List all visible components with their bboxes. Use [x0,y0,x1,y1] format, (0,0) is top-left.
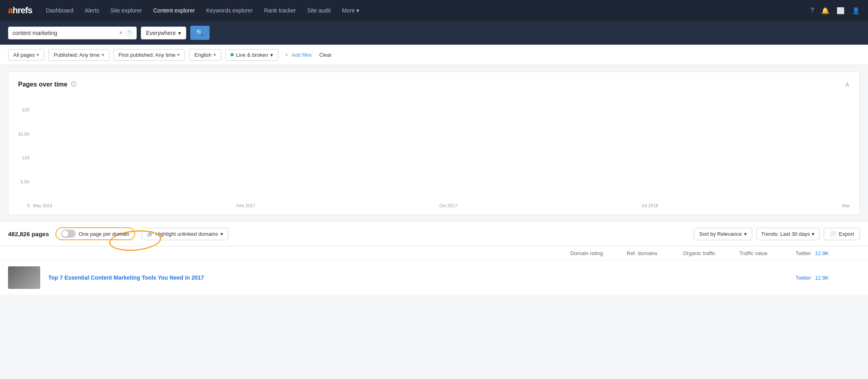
x-label-feb2017: Feb 2017 [237,203,255,208]
search-icon: 🔍 [196,29,204,36]
toggle-label: One page per domain [79,231,130,237]
add-filter-label: Add filter [291,52,312,58]
nav-icons: ? 🔔 ⬜ 👤 [810,7,860,14]
twitter-count-header: 12.9K [815,250,829,256]
link-status-filter[interactable]: Live & broken ▾ [225,49,279,61]
logo: ahrefs [8,5,32,16]
result-social: Twitter 12.9K [796,275,860,281]
filter-bar: All pages ▾ Published: Any time ▾ First … [0,45,868,65]
search-bar: × ? Everywhere ▾ 🔍 [0,21,868,45]
y-label-5k: 5.5K [18,179,30,184]
th-social: Twitter 12.9K [796,250,860,256]
chart-y-labels: 22K 16.5K 11K 5.5K 0 [18,107,33,208]
language-caret: ▾ [214,52,216,58]
live-dot-icon [230,53,234,56]
logo-rest: hrefs [12,5,32,15]
result-title-area: Top 7 Essential Content Marketing Tools … [48,274,562,281]
sort-caret: ▾ [744,231,747,237]
published-filter[interactable]: Published: Any time ▾ [48,49,109,61]
y-label-22k: 22K [18,107,30,112]
one-page-per-domain-toggle[interactable]: One page per domain [56,227,135,240]
chart-title: Pages over time ⓘ [18,81,76,88]
all-pages-caret: ▾ [37,52,39,58]
help-icon[interactable]: ? [810,7,814,14]
nav-site-audit[interactable]: Site audit [306,6,331,15]
x-label-oct2017: Oct 2017 [439,203,457,208]
export-button[interactable]: 📄 Export [824,228,860,240]
language-filter[interactable]: English ▾ [189,49,221,61]
chart-x-labels: May 2016 Feb 2017 Oct 2017 Jul 2018 Mar [33,203,850,208]
first-published-label: First published: Any time [119,52,176,58]
toggle-switch[interactable] [61,230,76,238]
window-icon[interactable]: ⬜ [837,7,845,14]
highlight-caret: ▾ [220,231,223,237]
x-label-may2016: May 2016 [33,203,52,208]
y-label-11k: 11K [18,155,30,160]
first-published-caret: ▾ [177,52,180,58]
chart-area: 22K 16.5K 11K 5.5K 0 May 2016 Feb 2017 O… [18,95,850,208]
trends-label: Trends: Last 30 days [761,231,810,237]
logo-a: a [8,5,12,15]
scope-dropdown[interactable]: Everywhere ▾ [141,27,186,39]
table-row: Top 7 Essential Content Marketing Tools … [0,260,868,295]
results-count: 482,826 pages [8,231,49,237]
chart-collapse-button[interactable]: ∧ [845,80,850,89]
toggle-knob [62,231,68,237]
add-filter-icon: ＋ [284,51,289,58]
highlight-label: Highlight unlinked domains [156,231,218,237]
th-traffic-value: Traffic value [739,250,788,256]
result-twitter-label: Twitter [796,275,811,281]
nav-rank-tracker[interactable]: Rank tracker [263,6,296,15]
search-input[interactable] [12,30,116,36]
published-caret: ▾ [102,52,104,58]
y-label-0: 0 [18,203,30,208]
user-icon[interactable]: 👤 [852,7,860,14]
export-icon: 📄 [830,231,836,237]
sort-button[interactable]: Sort by Relevance ▾ [694,228,752,240]
chart-bars [33,189,850,201]
chart-section: Pages over time ⓘ ∧ 22K 16.5K 11K 5.5K 0… [8,72,860,215]
results-bar: 482,826 pages One page per domain 🔗 High… [0,221,868,246]
highlight-icon: 🔗 [147,231,153,237]
all-pages-filter[interactable]: All pages ▾ [8,49,44,61]
y-label-16k: 16.5K [18,132,30,136]
nav-alerts[interactable]: Alerts [84,6,100,15]
trends-caret: ▾ [812,231,815,237]
result-twitter-count: 12.9K [815,275,829,281]
nav-site-explorer[interactable]: Site explorer [109,6,143,15]
bell-icon[interactable]: 🔔 [821,7,829,14]
search-clear-button[interactable]: × [119,29,123,37]
first-published-filter[interactable]: First published: Any time ▾ [113,49,185,61]
language-label: English [194,52,212,58]
link-status-label: Live & broken [236,52,268,58]
nav-content-explorer[interactable]: Content explorer [152,6,196,15]
x-label-jul2018: Jul 2018 [642,203,658,208]
chart-main: May 2016 Feb 2017 Oct 2017 Jul 2018 Mar [33,189,850,208]
results-actions: Sort by Relevance ▾ Trends: Last 30 days… [694,228,860,240]
search-help-icon[interactable]: ? [126,30,132,36]
nav-dashboard[interactable]: Dashboard [45,6,74,15]
highlight-unlinked-button[interactable]: 🔗 Highlight unlinked domains ▾ [142,228,228,240]
search-input-wrapper: × ? [8,27,137,39]
scope-caret: ▾ [178,30,181,36]
add-filter-button[interactable]: ＋ Add filter [282,49,313,61]
sort-label: Sort by Relevance [699,231,742,237]
trends-button[interactable]: Trends: Last 30 days ▾ [756,228,820,240]
top-nav: ahrefs Dashboard Alerts Site explorer Co… [0,0,868,21]
chart-info-icon[interactable]: ⓘ [71,81,76,88]
published-label: Published: Any time [53,52,99,58]
chart-header: Pages over time ⓘ ∧ [18,80,850,89]
clear-button[interactable]: Clear [318,49,333,60]
x-label-mar: Mar [842,203,850,208]
search-button[interactable]: 🔍 [190,26,210,40]
th-ref-domains: Ref. domains [627,250,675,256]
all-pages-label: All pages [13,52,35,58]
result-thumbnail [8,266,40,289]
link-status-caret: ▾ [270,52,273,58]
table-header: Domain rating Ref. domains Organic traff… [0,246,868,260]
nav-more[interactable]: More ▾ [341,6,360,15]
nav-keywords-explorer[interactable]: Keywords explorer [205,6,253,15]
scope-label: Everywhere [146,30,176,36]
result-title-link[interactable]: Top 7 Essential Content Marketing Tools … [48,274,204,281]
export-label: Export [839,231,854,237]
